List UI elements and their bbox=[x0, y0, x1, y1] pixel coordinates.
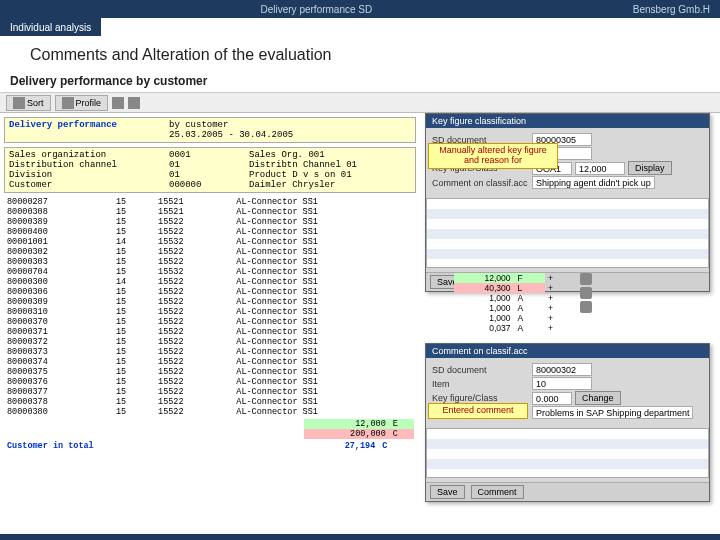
popup2-textarea[interactable] bbox=[426, 428, 709, 478]
table-row[interactable]: 000007041515532AL-Connector SS1 bbox=[4, 267, 414, 277]
popup2-comment-button[interactable]: Comment bbox=[471, 485, 524, 499]
report-title-mid: by customer bbox=[169, 120, 249, 130]
callout-altered: Manually altered key figureand reason fo… bbox=[428, 143, 558, 169]
side-values: 12,000F+40,300L+1,000A+1,000A+1,000A+0,0… bbox=[454, 273, 574, 333]
popup2-title: Comment on classif.acc bbox=[426, 344, 709, 358]
table-row[interactable]: 800004001515522AL-Connector SS1 bbox=[4, 227, 414, 237]
flag-icon[interactable] bbox=[580, 301, 592, 313]
callout-comment: Entered comment bbox=[428, 403, 528, 419]
date-range: 25.03.2005 - 30.04.2005 bbox=[169, 130, 329, 140]
table-row[interactable]: 800003801515522AL-Connector SS1 bbox=[4, 407, 414, 417]
popup2-save-button[interactable]: Save bbox=[430, 485, 465, 499]
tab-row: Individual analysis bbox=[0, 18, 720, 36]
data-table: 800002871515521AL-Connector SS1800003081… bbox=[4, 197, 414, 417]
popup1-title: Key figure classification bbox=[426, 114, 709, 128]
table-row[interactable]: 800003731515522AL-Connector SS1 bbox=[4, 347, 414, 357]
table-row[interactable]: 800003061515522AL-Connector SS1 bbox=[4, 287, 414, 297]
table-row[interactable]: 800003891515522AL-Connector SS1 bbox=[4, 217, 414, 227]
popup1-textarea[interactable] bbox=[426, 198, 709, 268]
report-panel: Delivery performance by customer 25.03.2… bbox=[0, 113, 420, 451]
profile-icon bbox=[62, 97, 74, 109]
sort-button[interactable]: Sort bbox=[6, 95, 51, 111]
table-row[interactable]: 800003721515522AL-Connector SS1 bbox=[4, 337, 414, 347]
table-row[interactable]: 800003771515522AL-Connector SS1 bbox=[4, 387, 414, 397]
report-title-left: Delivery performance bbox=[9, 120, 169, 130]
table-row[interactable]: 800003761515522AL-Connector SS1 bbox=[4, 377, 414, 387]
tab-individual-analysis[interactable]: Individual analysis bbox=[0, 18, 101, 36]
toolbar: Sort Profile bbox=[0, 93, 720, 113]
app-title: Delivery performance SD bbox=[0, 4, 633, 15]
table-row[interactable]: 800003781515522AL-Connector SS1 bbox=[4, 397, 414, 407]
flag-icon[interactable] bbox=[580, 273, 592, 285]
total-row: Customer in total 27,194 C bbox=[4, 441, 414, 451]
popup-keyfigure: Key figure classification SD document800… bbox=[425, 113, 710, 292]
table-row[interactable]: 800003101515522AL-Connector SS1 bbox=[4, 307, 414, 317]
print-icon[interactable] bbox=[112, 97, 124, 109]
page-title: Comments and Alteration of the evaluatio… bbox=[0, 36, 720, 70]
report-subtitle: Delivery performance by customer bbox=[0, 70, 720, 93]
footer-bar bbox=[0, 534, 720, 540]
table-row[interactable]: 800003081515521AL-Connector SS1 bbox=[4, 207, 414, 217]
table-row[interactable]: 800003001415522AL-Connector SS1 bbox=[4, 277, 414, 287]
table-row[interactable]: 800003031515522AL-Connector SS1 bbox=[4, 257, 414, 267]
report-header: Delivery performance by customer 25.03.2… bbox=[4, 117, 416, 143]
table-row[interactable]: 800003751515522AL-Connector SS1 bbox=[4, 367, 414, 377]
table-row[interactable]: 800002871515521AL-Connector SS1 bbox=[4, 197, 414, 207]
profile-button[interactable]: Profile bbox=[55, 95, 109, 111]
table-row[interactable]: 000010011415532AL-Connector SS1 bbox=[4, 237, 414, 247]
top-bar: Delivery performance SD Bensberg Gmb.H bbox=[0, 0, 720, 18]
indicator-icons bbox=[580, 273, 592, 313]
table-row[interactable]: 800003091515522AL-Connector SS1 bbox=[4, 297, 414, 307]
table-row[interactable]: 800003021515522AL-Connector SS1 bbox=[4, 247, 414, 257]
flag-icon[interactable] bbox=[580, 287, 592, 299]
table-row[interactable]: 800003711515522AL-Connector SS1 bbox=[4, 327, 414, 337]
table-row[interactable]: 800003741515522AL-Connector SS1 bbox=[4, 357, 414, 367]
popup-comment: Comment on classif.acc SD document800003… bbox=[425, 343, 710, 502]
sort-icon bbox=[13, 97, 25, 109]
table-row[interactable]: 800003701515522AL-Connector SS1 bbox=[4, 317, 414, 327]
bottom-table: 12,000E200,000C bbox=[4, 419, 414, 439]
org-block: Sales organization0001Sales Org. 001Dist… bbox=[4, 147, 416, 193]
export-icon[interactable] bbox=[128, 97, 140, 109]
vendor-label: Bensberg Gmb.H bbox=[633, 4, 720, 15]
